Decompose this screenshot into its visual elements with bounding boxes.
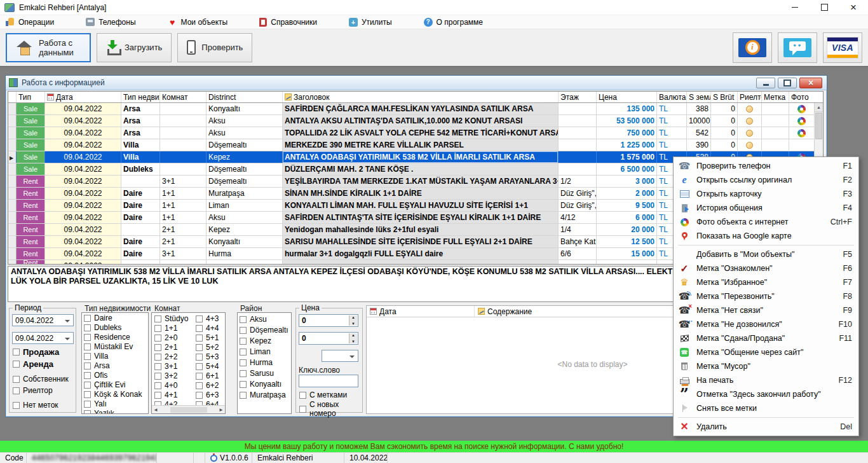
realtor-cell[interactable] — [738, 127, 762, 139]
listing-type-cell[interactable]: Sale — [17, 103, 45, 114]
title-cell[interactable]: Yenidogan mahallesinde lüks 2+1ful esyal… — [283, 224, 559, 235]
column-header[interactable]: Метка — [762, 92, 789, 102]
column-header[interactable]: Комнат — [160, 92, 207, 102]
checkbox[interactable] — [299, 406, 306, 413]
title-cell[interactable]: MERKEZDE 390 METRE KARE VİLLALIK PARSEL — [283, 139, 559, 151]
district-cell[interactable]: Konyaaltı — [207, 103, 283, 114]
rooms-cell[interactable] — [160, 103, 207, 114]
checkbox[interactable] — [154, 354, 161, 361]
price-cell[interactable]: 15 000 — [597, 248, 657, 259]
context-menu-item-9[interactable]: Метка "Избранное"F7 — [674, 275, 858, 289]
photo-cell[interactable] — [789, 127, 814, 139]
land-area-cell[interactable]: 390 — [687, 139, 711, 151]
spinner-buttons-icon[interactable] — [349, 315, 357, 326]
column-header[interactable]: Фото — [789, 92, 814, 102]
load-button[interactable]: Загрузить — [97, 33, 172, 62]
checkbox[interactable] — [196, 344, 203, 351]
checkbox[interactable] — [196, 392, 203, 399]
district-cell[interactable] — [207, 260, 283, 265]
price-cell[interactable]: 1 225 000 — [597, 139, 657, 151]
checkbox[interactable] — [84, 324, 91, 331]
district-cell[interactable]: Döşemealtı — [207, 176, 283, 187]
listing-type-cell[interactable]: Rent — [17, 236, 45, 247]
title-cell[interactable]: TOPALLIDA 22 LİK ASVALT YOLA CEPHE 542 M… — [283, 127, 559, 139]
realtor-cell[interactable] — [738, 115, 762, 127]
checkbox[interactable] — [154, 392, 161, 399]
checkbox[interactable] — [196, 354, 203, 361]
rooms-cell[interactable]: 1+1 — [160, 200, 207, 211]
listing-type-cell[interactable]: Sale — [17, 127, 45, 139]
context-menu-item-5[interactable]: Фото объекта с интернетCtrl+F — [674, 215, 858, 229]
checkbox[interactable] — [84, 382, 91, 389]
column-header[interactable]: Дата — [45, 92, 121, 102]
title-cell[interactable]: ANTALYA ODABAŞI YATIRIMLIK 538 M2 VİLLA … — [283, 151, 559, 163]
floor-cell[interactable] — [559, 139, 597, 151]
rooms-horizontal-scrollbar[interactable]: ◄► — [152, 405, 225, 413]
checkbox[interactable] — [84, 343, 91, 350]
title-cell[interactable]: YEŞİLBAYIRDA TAM MERKEZDE 1.KAT MÜSTAKİL… — [283, 176, 559, 187]
district-cell[interactable]: Döşemealtı — [207, 139, 283, 151]
title-cell[interactable]: SİNAN MH.SİNDE KİRALIK 1+1 DAİRE — [283, 188, 559, 199]
property-type-cell[interactable]: Daire — [121, 188, 160, 199]
checkbox[interactable] — [84, 315, 91, 322]
scroll-right-icon[interactable]: ► — [219, 407, 224, 413]
rooms-cell[interactable] — [160, 151, 207, 163]
date-cell[interactable]: 09.04.2022 — [45, 103, 121, 114]
date-cell[interactable]: 09.04.2022 — [45, 212, 121, 223]
inner-restore-button[interactable] — [778, 78, 797, 88]
district-cell[interactable]: Döşemealtı — [207, 163, 283, 175]
photo-cell[interactable] — [789, 103, 814, 114]
price-cell[interactable] — [597, 260, 657, 265]
checkbox[interactable] — [84, 353, 91, 360]
price-min-spinner[interactable]: 0 — [299, 314, 358, 327]
title-cell[interactable]: hurmalar 3+1 dogalgqzli FULL EŞYALI dair… — [283, 248, 559, 259]
spinner-buttons-icon[interactable] — [349, 333, 357, 343]
column-header[interactable]: Тип недвижи — [121, 92, 160, 102]
price-cell[interactable]: 1 575 000 — [597, 151, 657, 163]
period-to-combo[interactable]: 09.04.2022 — [12, 332, 74, 344]
price-cell[interactable]: 135 000 — [597, 103, 657, 114]
floor-cell[interactable]: 1/4 — [559, 224, 597, 235]
checkbox[interactable] — [240, 392, 247, 399]
property-type-cell[interactable]: Villa — [121, 139, 160, 151]
price-cell[interactable]: 6 000 — [597, 212, 657, 223]
date-cell[interactable]: 09.04.2022 — [45, 224, 121, 235]
column-header[interactable]: S земл — [687, 92, 711, 102]
floor-cell[interactable]: Bahçe Katı", — [559, 236, 597, 247]
checkbox[interactable] — [196, 373, 203, 380]
rooms-cell[interactable] — [160, 139, 207, 151]
photo-cell[interactable] — [789, 115, 814, 127]
date-cell[interactable]: 09.04.2022 — [45, 127, 121, 139]
floor-cell[interactable] — [559, 151, 597, 163]
info-button[interactable] — [733, 32, 772, 63]
rooms-cell[interactable] — [160, 260, 207, 265]
rooms-cell[interactable]: 2+1 — [160, 236, 207, 247]
scroll-left-icon[interactable]: ◄ — [153, 407, 158, 413]
checkbox[interactable] — [240, 338, 247, 345]
period-from-combo[interactable]: 09.04.2022 — [12, 314, 74, 326]
district-cell[interactable]: Kepez — [207, 151, 283, 163]
context-menu-item-8[interactable]: Метка "Ознакомлен"F6 — [674, 261, 858, 275]
checkbox[interactable] — [196, 363, 203, 370]
label-cell[interactable] — [762, 115, 789, 127]
context-menu-item-19[interactable]: УдалитьDel — [674, 420, 858, 434]
context-menu-item-1[interactable]: Проверить телефонF1 — [674, 159, 858, 173]
currency-cell[interactable]: TL — [657, 103, 687, 114]
context-menu-item-10[interactable]: Метка "Перезвонить"F8 — [674, 289, 858, 303]
menu-item-6[interactable]: О программе — [419, 15, 496, 29]
property-type-cell[interactable] — [121, 224, 160, 235]
price-max-spinner[interactable]: 0 — [299, 332, 358, 345]
listing-type-cell[interactable]: Sale — [17, 139, 45, 151]
listing-type-cell[interactable]: Rent — [17, 176, 45, 187]
property-type-cell[interactable]: Daire — [121, 212, 160, 223]
checkbox[interactable] — [13, 387, 20, 394]
property-type-cell[interactable]: Arsa — [121, 103, 160, 114]
checkbox[interactable] — [240, 370, 247, 377]
date-cell[interactable]: 09.04.2022 — [45, 200, 121, 211]
floor-cell[interactable]: 6/6 — [559, 248, 597, 259]
property-type-cell[interactable]: Daire — [121, 200, 160, 211]
property-type-cell[interactable] — [121, 176, 160, 187]
title-cell[interactable] — [283, 260, 559, 265]
work-with-data-button[interactable]: Работа с данными — [6, 33, 91, 62]
checkbox[interactable] — [299, 392, 306, 399]
